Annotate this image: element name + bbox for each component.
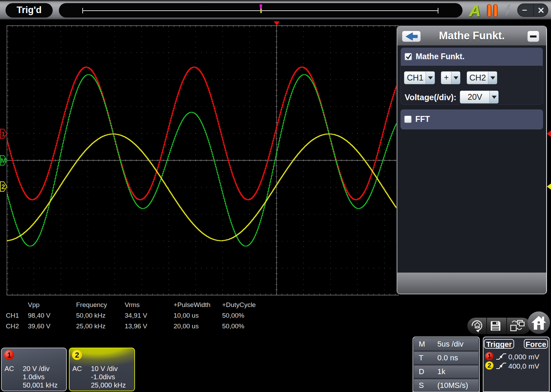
svg-text:2: 2 <box>1 183 5 190</box>
svg-text:M: M <box>1 157 6 164</box>
svg-text:1: 1 <box>1 130 5 138</box>
